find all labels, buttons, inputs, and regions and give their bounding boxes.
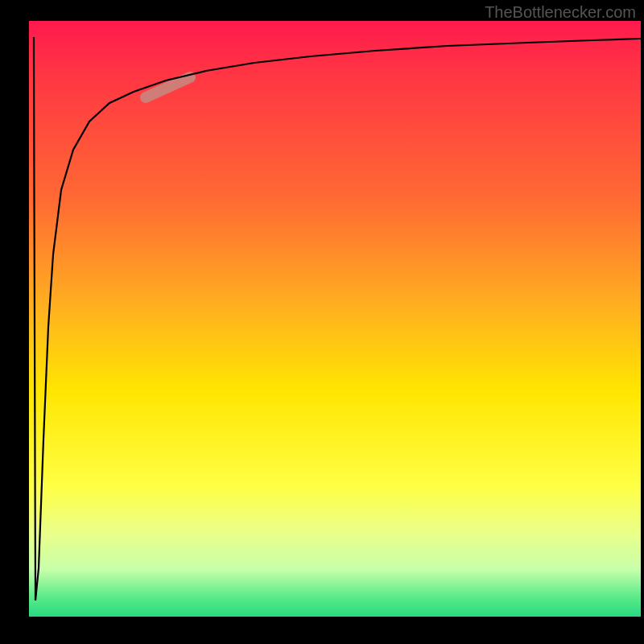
watermark-text: TheBottlenecker.com	[485, 3, 636, 22]
chart-plot-area	[29, 21, 641, 617]
bottleneck-curve	[34, 37, 641, 601]
curve-svg	[29, 21, 641, 617]
